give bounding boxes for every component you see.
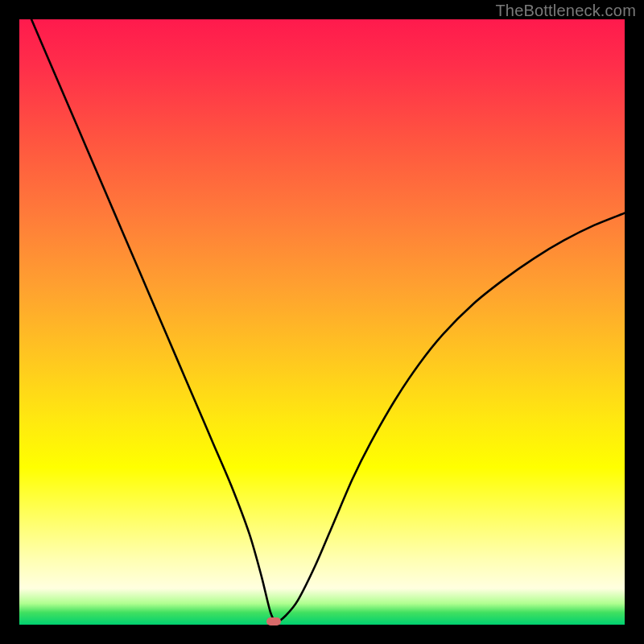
bottleneck-curve	[31, 19, 625, 621]
plot-area	[19, 19, 625, 625]
minimum-marker	[266, 617, 281, 625]
curve-svg	[19, 19, 625, 625]
watermark-text: TheBottleneck.com	[495, 2, 636, 20]
chart-container: TheBottleneck.com	[0, 0, 644, 644]
